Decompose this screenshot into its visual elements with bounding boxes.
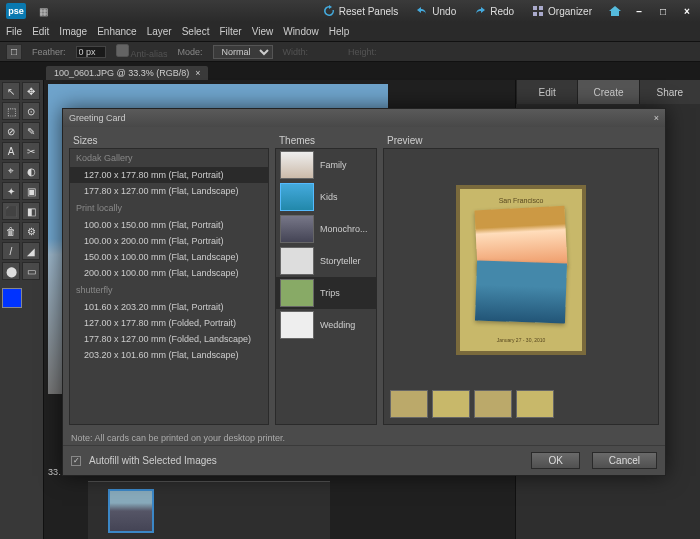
bin-thumbnail[interactable]	[108, 489, 154, 533]
theme-item[interactable]: Monochro...	[276, 213, 376, 245]
dialog-title: Greeting Card	[69, 113, 126, 123]
tool-9[interactable]: ◐	[22, 162, 40, 180]
card-title: San Francisco	[499, 197, 544, 204]
menu-help[interactable]: Help	[329, 26, 350, 37]
preview-box: San Francisco January 27 - 30, 2010	[383, 148, 659, 425]
theme-thumb	[280, 311, 314, 339]
feather-input[interactable]	[76, 46, 106, 58]
file-tab[interactable]: 100_0601.JPG @ 33.3% (RGB/8) ×	[46, 66, 208, 80]
tool-16[interactable]: /	[2, 242, 20, 260]
preview-thumb[interactable]	[474, 390, 512, 418]
tool-19[interactable]: ▭	[22, 262, 40, 280]
tool-4[interactable]: ⊘	[2, 122, 20, 140]
minimize-icon[interactable]: –	[632, 4, 646, 18]
sizes-list[interactable]: Kodak Gallery127.00 x 177.80 mm (Flat, P…	[69, 148, 269, 425]
cancel-button[interactable]: Cancel	[592, 452, 657, 469]
size-group: Kodak Gallery	[70, 149, 268, 167]
close-icon[interactable]: ×	[680, 4, 694, 18]
card-photo-2	[475, 260, 567, 323]
antialias-label: Anti-alias	[131, 49, 168, 59]
tool-1[interactable]: ✥	[22, 82, 40, 100]
menu-enhance[interactable]: Enhance	[97, 26, 136, 37]
size-item[interactable]: 127.00 x 177.80 mm (Flat, Portrait)	[70, 167, 268, 183]
organizer-button[interactable]: Organizer	[526, 3, 598, 19]
menu-edit[interactable]: Edit	[32, 26, 49, 37]
foreground-swatch[interactable]	[2, 288, 22, 308]
close-file-icon[interactable]: ×	[195, 68, 200, 78]
theme-thumb	[280, 279, 314, 307]
undo-button[interactable]: Undo	[410, 3, 462, 19]
home-icon[interactable]	[608, 4, 622, 18]
theme-item[interactable]: Family	[276, 149, 376, 181]
mode-select[interactable]: Normal	[213, 45, 273, 59]
menu-window[interactable]: Window	[283, 26, 319, 37]
autofill-checkbox[interactable]: ✓	[71, 456, 81, 466]
project-bin	[88, 481, 330, 539]
menu-layer[interactable]: Layer	[147, 26, 172, 37]
tool-15[interactable]: ⚙	[22, 222, 40, 240]
theme-item[interactable]: Wedding	[276, 309, 376, 341]
theme-label: Trips	[320, 288, 340, 298]
theme-label: Wedding	[320, 320, 355, 330]
size-item[interactable]: 177.80 x 127.00 mm (Flat, Landscape)	[70, 183, 268, 199]
height-label: Height:	[348, 47, 377, 57]
tool-2[interactable]: ⬚	[2, 102, 20, 120]
menu-view[interactable]: View	[252, 26, 274, 37]
size-item[interactable]: 150.00 x 100.00 mm (Flat, Landscape)	[70, 249, 268, 265]
theme-item[interactable]: Kids	[276, 181, 376, 213]
size-item[interactable]: 101.60 x 203.20 mm (Flat, Portrait)	[70, 299, 268, 315]
tool-18[interactable]: ⬤	[2, 262, 20, 280]
size-item[interactable]: 100.00 x 200.00 mm (Flat, Portrait)	[70, 233, 268, 249]
tool-13[interactable]: ◧	[22, 202, 40, 220]
redo-button[interactable]: Redo	[468, 3, 520, 19]
preview-card: San Francisco January 27 - 30, 2010	[456, 185, 586, 355]
theme-label: Family	[320, 160, 347, 170]
size-item[interactable]: 203.20 x 101.60 mm (Flat, Landscape)	[70, 347, 268, 363]
app-logo: pse	[6, 3, 26, 19]
preview-thumb[interactable]	[390, 390, 428, 418]
menu-select[interactable]: Select	[182, 26, 210, 37]
size-item[interactable]: 200.00 x 100.00 mm (Flat, Landscape)	[70, 265, 268, 281]
reset-panels-button[interactable]: Reset Panels	[317, 3, 404, 19]
tab-share[interactable]: Share	[639, 80, 700, 104]
tool-3[interactable]: ⊙	[22, 102, 40, 120]
ok-button[interactable]: OK	[531, 452, 579, 469]
tool-5[interactable]: ✎	[22, 122, 40, 140]
width-label: Width:	[283, 47, 309, 57]
grid-icon	[532, 5, 544, 17]
tool-7[interactable]: ✂	[22, 142, 40, 160]
size-item[interactable]: 127.00 x 177.80 mm (Folded, Portrait)	[70, 315, 268, 331]
size-item[interactable]: 100.00 x 150.00 mm (Flat, Portrait)	[70, 217, 268, 233]
tool-12[interactable]: ⬛	[2, 202, 20, 220]
titlebar: pse ▦ Reset Panels Undo Redo Organizer –…	[0, 0, 700, 22]
tool-8[interactable]: ⌖	[2, 162, 20, 180]
maximize-icon[interactable]: □	[656, 4, 670, 18]
preview-thumb[interactable]	[432, 390, 470, 418]
themes-list[interactable]: FamilyKidsMonochro...StorytellerTripsWed…	[275, 148, 377, 425]
size-item[interactable]: 177.80 x 127.00 mm (Folded, Landscape)	[70, 331, 268, 347]
sizes-header: Sizes	[69, 133, 269, 148]
tool-11[interactable]: ▣	[22, 182, 40, 200]
tool-6[interactable]: A	[2, 142, 20, 160]
antialias-checkbox	[116, 44, 129, 57]
tool-14[interactable]: 🗑	[2, 222, 20, 240]
theme-item[interactable]: Trips	[276, 277, 376, 309]
menu-image[interactable]: Image	[59, 26, 87, 37]
menu-file[interactable]: File	[6, 26, 22, 37]
size-group: Print locally	[70, 199, 268, 217]
autofill-label: Autofill with Selected Images	[89, 455, 217, 466]
tool-0[interactable]: ↖	[2, 82, 20, 100]
toolbox: ↖✥⬚⊙⊘✎A✂⌖◐✦▣⬛◧🗑⚙/◢⬤▭	[0, 80, 44, 539]
file-tab-label: 100_0601.JPG @ 33.3% (RGB/8)	[54, 68, 189, 78]
theme-item[interactable]: Storyteller	[276, 245, 376, 277]
preview-thumb[interactable]	[516, 390, 554, 418]
tool-10[interactable]: ✦	[2, 182, 20, 200]
active-tool-icon[interactable]: □	[6, 44, 22, 60]
theme-label: Storyteller	[320, 256, 361, 266]
dialog-close-icon[interactable]: ×	[654, 113, 659, 123]
workspace-dropdown-icon[interactable]: ▦	[36, 4, 50, 18]
tab-edit[interactable]: Edit	[516, 80, 577, 104]
tool-17[interactable]: ◢	[22, 242, 40, 260]
menu-filter[interactable]: Filter	[219, 26, 241, 37]
tab-create[interactable]: Create	[577, 80, 638, 104]
